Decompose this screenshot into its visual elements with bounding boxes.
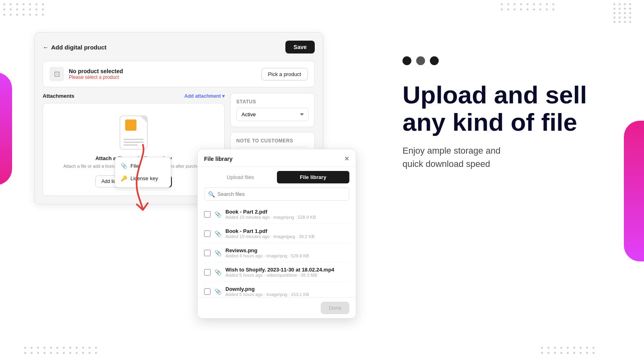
three-dots-decoration: [402, 56, 604, 65]
file-attach-icon-3: 📎: [215, 269, 221, 276]
dots-bottom-right: [541, 347, 596, 354]
page-title: Add digital product: [51, 44, 106, 51]
file-orange-block: [125, 119, 136, 131]
file-checkbox-4[interactable]: [204, 288, 211, 295]
file-attach-icon-4: 📎: [215, 288, 221, 295]
file-meta-4: Added 5 hours ago · image/png · 153.1 KB: [225, 292, 349, 297]
file-doc-lines: [124, 139, 144, 146]
file-meta-2: Added 4 hours ago · image/png · 528.9 KB: [225, 253, 349, 258]
file-name-1: Book - Part 1.pdf: [225, 228, 349, 234]
card-header: ← Add digital product Save: [43, 41, 315, 53]
file-info-4: Downly.png Added 5 hours ago · image/png…: [225, 286, 349, 297]
file-list-item: 📎 Reviews.png Added 4 hours ago · image/…: [204, 243, 349, 263]
modal-title: File library: [204, 156, 233, 162]
attachments-section-header: Attachments Add attachment ▾: [43, 93, 225, 99]
dot-3: [430, 56, 439, 65]
dots-bottom-left: [24, 347, 98, 354]
file-list-item: 📎 Wish to Shopify. 2023-11-30 at 18.02.2…: [204, 263, 349, 282]
no-product-title: No product selected: [69, 68, 123, 74]
file-name-3: Wish to Shopify. 2023-11-30 at 18.02.24.…: [225, 267, 349, 273]
file-line-1: [124, 139, 144, 140]
tab-upload-files[interactable]: Upload files: [204, 171, 277, 183]
product-icon: ⊡: [50, 67, 64, 81]
file-attach-icon-0: 📎: [215, 211, 221, 218]
file-name-2: Reviews.png: [225, 247, 349, 253]
search-wrapper: 🔍: [204, 187, 349, 201]
file-info-0: Book - Part 2.pdf Added 19 minutes ago ·…: [225, 209, 349, 220]
back-icon: ←: [43, 44, 49, 51]
dropdown-license-label: License key: [130, 175, 158, 181]
file-list: 📎 Book - Part 2.pdf Added 19 minutes ago…: [198, 205, 356, 297]
file-name-0: Book - Part 2.pdf: [225, 209, 349, 215]
file-checkbox-2[interactable]: [204, 250, 211, 256]
file-line-3: [124, 144, 138, 146]
right-content: Upload and sell any kind of file Enjoy a…: [402, 56, 604, 171]
file-attach-icon-1: 📎: [215, 230, 221, 237]
file-doc-icon: [120, 115, 148, 150]
main-subheadline: Enjoy ample storage andquick download sp…: [402, 144, 604, 171]
file-list-item: 📎 Downly.png Added 5 hours ago · image/p…: [204, 282, 349, 297]
dots-top-left: [3, 3, 45, 16]
back-button[interactable]: ← Add digital product: [43, 44, 106, 51]
file-info-1: Book - Part 1.pdf Added 19 minutes ago ·…: [225, 228, 349, 239]
search-icon: 🔍: [208, 191, 215, 197]
status-label: Status: [236, 99, 309, 105]
dots-far-right: [613, 3, 632, 23]
file-checkbox-3[interactable]: [204, 269, 211, 276]
product-select-row: ⊡ No product selected Please select a pr…: [43, 61, 315, 87]
dropdown-file-item[interactable]: 📎 File: [115, 160, 171, 172]
file-info-2: Reviews.png Added 4 hours ago · image/pn…: [225, 247, 349, 258]
file-icon-wrapper: [120, 115, 148, 150]
attachment-dropdown: 📎 File 🔑 License key: [115, 157, 171, 187]
file-list-item: 📎 Book - Part 2.pdf Added 19 minutes ago…: [204, 205, 349, 224]
file-checkbox-1[interactable]: [204, 230, 211, 237]
file-line-2: [124, 142, 144, 143]
file-icon: 📎: [121, 163, 127, 169]
modal-header: File library ✕: [198, 149, 356, 167]
file-info-3: Wish to Shopify. 2023-11-30 at 18.02.24.…: [225, 267, 349, 278]
dot-2: [416, 56, 425, 65]
file-attach-icon-2: 📎: [215, 250, 221, 256]
modal-close-button[interactable]: ✕: [344, 155, 349, 162]
modal-tabs: Upload files File library: [198, 167, 356, 183]
tab-file-library[interactable]: File library: [277, 171, 350, 183]
file-meta-1: Added 19 minutes ago · image/jpeg · 39.2…: [225, 234, 349, 239]
key-icon: 🔑: [121, 175, 127, 181]
done-button[interactable]: Done: [321, 302, 349, 314]
blob-right: [624, 121, 644, 261]
file-meta-0: Added 19 minutes ago · image/png · 528.9…: [225, 215, 349, 220]
file-list-item: 📎 Book - Part 1.pdf Added 19 minutes ago…: [204, 224, 349, 243]
file-meta-3: Added 5 hours ago · video/quicktime · 38…: [225, 273, 349, 278]
save-button[interactable]: Save: [285, 41, 315, 53]
file-name-4: Downly.png: [225, 286, 349, 292]
pick-product-button[interactable]: Pick a product: [261, 68, 308, 80]
product-info: No product selected Please select a prod…: [69, 68, 123, 80]
status-select[interactable]: Active Inactive Draft: [236, 108, 309, 121]
dropdown-license-item[interactable]: 🔑 License key: [115, 172, 171, 185]
status-card: Status Active Inactive Draft: [230, 93, 315, 127]
blob-left: [0, 72, 12, 185]
search-input[interactable]: [204, 187, 349, 201]
file-library-modal: File library ✕ Upload files File library…: [197, 149, 356, 319]
dropdown-file-label: File: [130, 163, 139, 169]
dots-top-right: [501, 3, 555, 10]
main-headline: Upload and sell any kind of file: [402, 81, 604, 136]
note-label: Note to customers: [236, 138, 309, 144]
product-left: ⊡ No product selected Please select a pr…: [50, 67, 123, 81]
dot-1: [402, 56, 411, 65]
add-attachment-button[interactable]: Add attachment ▾: [184, 93, 225, 99]
no-product-sub: Please select a product: [69, 74, 123, 80]
attachments-label: Attachments: [43, 93, 74, 99]
file-checkbox-0[interactable]: [204, 211, 211, 218]
modal-search-area: 🔍: [198, 183, 356, 205]
modal-footer: Done: [198, 297, 356, 318]
